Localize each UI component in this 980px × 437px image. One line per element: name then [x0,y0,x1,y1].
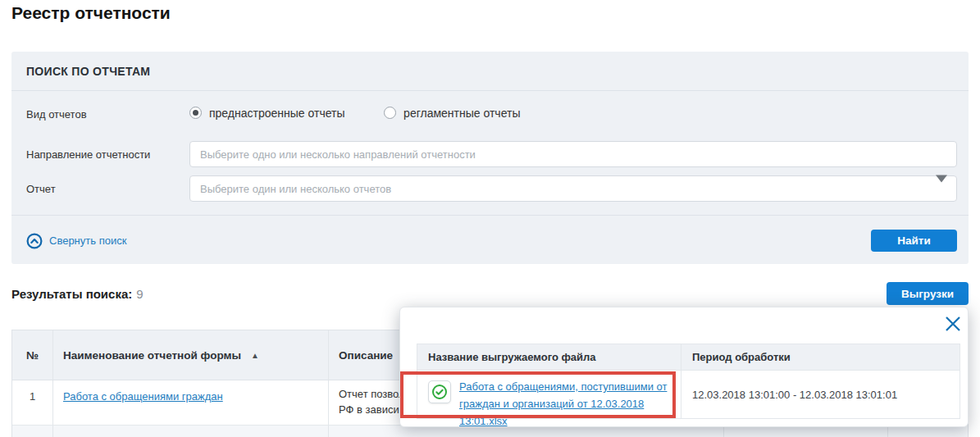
search-panel-footer: Свернуть поиск Найти [11,215,969,266]
report-row: Отчет [26,175,957,202]
radio-preconfigured-reports[interactable]: преднастроенные отчеты [189,107,344,120]
radio-regulated-label: регламентные отчеты [403,107,520,120]
search-panel-title: ПОИСК ПО ОТЧЕТАМ [11,52,969,91]
uploads-column-filename: Название выгружаемого файла [417,344,681,370]
row-number: 1 [12,380,53,425]
results-label: Результаты поиска: [11,287,132,301]
report-type-options: преднастроенные отчеты регламентные отче… [189,107,957,122]
collapse-search-label: Свернуть поиск [49,234,126,247]
report-input[interactable] [189,175,957,202]
column-name-label: Наименование отчетной формы [63,349,241,362]
column-header-name[interactable]: Наименование отчетной формы ▲ [53,330,329,380]
upload-file-cell: Работа с обращениями, поступившими от гр… [417,371,681,418]
success-check-icon[interactable] [428,380,451,403]
uploads-table: Название выгружаемого файла Период обраб… [417,344,960,419]
search-button[interactable]: Найти [871,230,957,252]
direction-label: Направление отчетности [26,148,189,161]
uploads-button[interactable]: Выгрузки [887,282,969,305]
direction-input[interactable] [189,141,957,167]
results-row: Результаты поиска:9 Выгрузки [11,282,969,305]
uploads-column-period: Период обработки [681,344,959,370]
radio-selected-icon[interactable] [189,107,202,119]
search-panel-body: Вид отчетов преднастроенные отчеты регла… [11,104,969,202]
search-panel: ПОИСК ПО ОТЧЕТАМ Вид отчетов преднастрое… [11,52,969,264]
radio-preconfigured-label: преднастроенные отчеты [209,107,344,120]
report-type-label: Вид отчетов [26,108,189,121]
upload-period: 12.03.2018 13:01:00 - 12.03.2018 13:01:0… [681,371,959,418]
sort-asc-icon[interactable]: ▲ [251,351,259,360]
collapse-search-link[interactable]: Свернуть поиск [26,233,126,249]
results-count: 9 [136,287,143,301]
close-icon[interactable] [944,315,962,333]
column-header-number: № [12,330,53,380]
report-label: Отчет [26,183,189,195]
results-summary: Результаты поиска:9 [11,287,144,301]
radio-regulated-reports[interactable]: регламентные отчеты [384,107,520,120]
caret-down-icon[interactable] [936,183,947,195]
uploads-table-row: Работа с обращениями, поступившими от гр… [417,371,959,418]
row-name-cell: Работа с обращениями граждан [53,380,329,425]
uploads-popup: Название выгружаемого файла Период обраб… [399,307,969,427]
chevron-up-circle-icon [26,233,43,249]
page-title: Реестр отчетности [11,3,171,23]
upload-file-link[interactable]: Работа с обращениями, поступившими от гр… [459,378,674,418]
direction-field-wrap [189,141,957,167]
direction-row: Направление отчетности [26,141,957,167]
uploads-table-header: Название выгружаемого файла Период обраб… [417,344,959,371]
report-type-row: Вид отчетов преднастроенные отчеты регла… [26,104,957,124]
reporting-registry-page: Реестр отчетности ПОИСК ПО ОТЧЕТАМ Вид о… [0,0,980,437]
report-field-wrap [189,175,957,202]
report-form-link[interactable]: Работа с обращениями граждан [63,390,223,403]
radio-unselected-icon[interactable] [384,107,396,119]
